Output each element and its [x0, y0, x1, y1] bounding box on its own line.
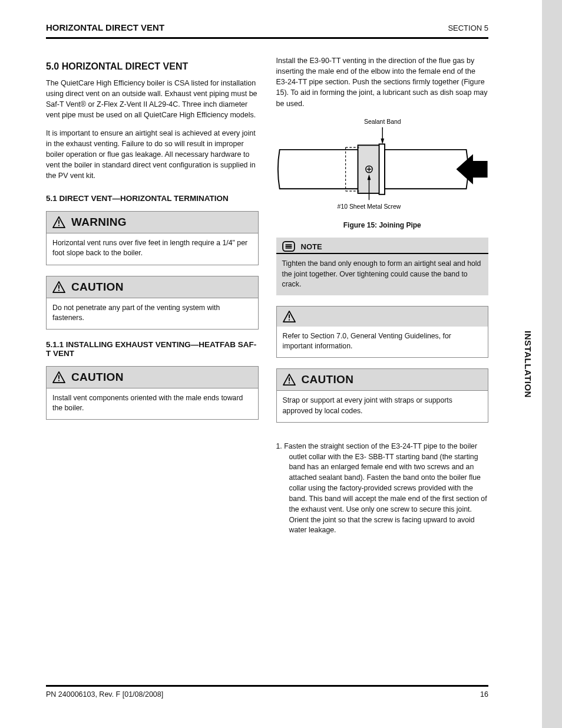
callout-header: WARNING: [47, 212, 258, 233]
figure: Sealant Band #10 Sheet Metal Screw Figur…: [276, 116, 489, 230]
figure-caption: Figure 15: Joining Pipe: [276, 221, 489, 229]
body-text: It is important to ensure an airtight se…: [46, 128, 259, 182]
pipe-joint-diagram: Sealant Band #10 Sheet Metal Screw: [276, 116, 489, 217]
warning-icon: [52, 371, 65, 383]
callout-title: CAUTION: [71, 371, 124, 384]
warning-icon: [52, 216, 65, 228]
note-callout: NOTE Tighten the band only enough to for…: [276, 238, 489, 295]
svg-rect-5: [58, 380, 59, 381]
callout-body: Strap or support at every joint with str…: [277, 391, 488, 421]
two-column-layout: 5.0 HORIZONTAL DIRECT VENT The QuietCare…: [46, 55, 488, 542]
svg-rect-23: [289, 383, 290, 384]
figure-label-top: Sealant Band: [363, 118, 401, 125]
callout-body: Refer to Section 7.0, General Venting Gu…: [277, 327, 488, 357]
header-section: SECTION 5: [448, 24, 488, 32]
page-header: HORIZONTAL DIRECT VENT SECTION 5: [46, 22, 488, 39]
header-title: HORIZONTAL DIRECT VENT: [46, 22, 164, 32]
numbered-step: 1. Fasten the straight section of the E3…: [289, 442, 489, 536]
callout-header: CAUTION: [47, 276, 258, 298]
page-footer: PN 240006103, Rev. F [01/08/2008] 16: [46, 685, 488, 699]
caution-callout: CAUTION Strap or support at every joint …: [276, 368, 489, 422]
callout-body: Do not penetrate any part of the venting…: [47, 298, 258, 329]
callout-body: Tighten the band only enough to form an …: [276, 254, 489, 295]
note-icon: [282, 241, 295, 252]
reference-callout: Refer to Section 7.0, General Venting Gu…: [276, 306, 489, 358]
caution-callout: CAUTION Install vent components oriented…: [46, 366, 259, 420]
section-heading: 5.0 HORIZONTAL DIRECT VENT: [46, 61, 259, 72]
section-tab: INSTALLATION: [542, 0, 562, 728]
warning-callout: WARNING Horizontal vent runs over five f…: [46, 211, 259, 265]
right-column: Install the E3-90-TT venting in the dire…: [276, 55, 489, 542]
subsection-heading: 5.1 DIRECT VENT—HORIZONTAL TERMINATION: [46, 194, 259, 203]
body-text: Install the E3-90-TT venting in the dire…: [276, 55, 489, 109]
figure-label-bottom: #10 Sheet Metal Screw: [337, 203, 401, 209]
callout-header: CAUTION: [277, 369, 488, 391]
callout-title: CAUTION: [71, 281, 124, 294]
svg-rect-0: [58, 220, 59, 223]
svg-rect-10: [379, 144, 384, 194]
svg-rect-22: [289, 378, 290, 381]
left-column: 5.0 HORIZONTAL DIRECT VENT The QuietCare…: [46, 55, 259, 542]
body-text: The QuietCare High Efficiency boiler is …: [46, 78, 259, 121]
warning-icon: [283, 311, 296, 322]
callout-body: Horizontal vent runs over five feet in l…: [47, 233, 258, 264]
svg-rect-3: [58, 289, 59, 291]
callout-title: CAUTION: [302, 373, 354, 386]
callout-header: [277, 307, 488, 327]
subsection-heading: 5.1.1 INSTALLING EXHAUST VENTING—HEATFAB…: [46, 340, 259, 358]
warning-icon: [52, 281, 65, 293]
page-number: 16: [480, 690, 488, 699]
svg-rect-21: [289, 319, 290, 321]
page-content: HORIZONTAL DIRECT VENT SECTION 5 5.0 HOR…: [46, 22, 488, 699]
footer-revision: PN 240006103, Rev. F [01/08/2008]: [46, 690, 163, 699]
callout-title: WARNING: [71, 216, 127, 229]
svg-rect-20: [289, 314, 290, 318]
callout-body: Install vent components oriented with th…: [47, 388, 258, 419]
callout-header: CAUTION: [47, 367, 258, 388]
section-tab-label: INSTALLATION: [524, 331, 534, 398]
svg-rect-1: [58, 225, 59, 226]
svg-rect-2: [58, 285, 59, 288]
svg-rect-4: [58, 375, 59, 378]
warning-icon: [283, 374, 296, 386]
caution-callout: CAUTION Do not penetrate any part of the…: [46, 276, 259, 330]
callout-title: NOTE: [301, 242, 322, 251]
callout-header: NOTE: [276, 238, 489, 254]
